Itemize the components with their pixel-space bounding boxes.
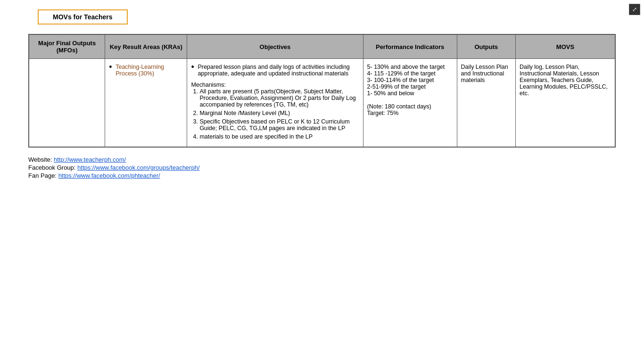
cell-outputs: Daily Lesson Plan and Instructional mate… — [457, 59, 515, 148]
mechanisms-section: Mechanisms: All parts are present (5 par… — [191, 82, 359, 140]
cell-mfo — [29, 59, 105, 148]
footer-facebook: Facebook Group: https://www.facebook.com… — [28, 164, 616, 171]
header-pi: Performance Indicators — [363, 34, 457, 59]
header-objectives: Objectives — [187, 34, 363, 59]
title-box: MOVs for Teachers — [38, 9, 128, 25]
cell-pi: 5- 130% and above the target 4- 115 -129… — [363, 59, 457, 148]
cell-kra: • Teaching-Learning Process (30%) — [105, 59, 187, 148]
mechanisms-label: Mechanisms: — [191, 82, 359, 88]
main-table: Major Final Outputs (MFOs) Key Result Ar… — [28, 34, 616, 148]
fanpage-link[interactable]: https://www.facebook.com/phteacher/ — [58, 172, 160, 179]
header-outputs: Outputs — [457, 34, 515, 59]
list-item: Marginal Note /Mastery Level (ML) — [199, 110, 359, 116]
header-movs: MOVS — [515, 34, 615, 59]
footer: Website: http://www.teacherph.com/ Faceb… — [28, 156, 616, 179]
facebook-link[interactable]: https://www.facebook.com/groups/teacherp… — [77, 164, 199, 171]
cell-movs: Daily log, Lesson Plan, Instructional Ma… — [515, 59, 615, 148]
list-item: Specific Objectives based on PELC or K t… — [199, 118, 359, 132]
expand-button[interactable]: ⤢ — [629, 4, 640, 15]
website-link[interactable]: http://www.teacherph.com/ — [54, 156, 126, 163]
list-item: materials to be used are specified in th… — [199, 133, 359, 140]
mechanisms-list: All parts are present (5 parts(Objective… — [191, 88, 359, 140]
header-kra: Key Result Areas (KRAs) — [105, 34, 187, 59]
footer-fanpage: Fan Page: https://www.facebook.com/phtea… — [28, 172, 616, 179]
list-item: All parts are present (5 parts(Objective… — [199, 88, 359, 108]
header-mfo: Major Final Outputs (MFOs) — [29, 34, 105, 59]
cell-objectives: • Prepared lesson plans and daily logs o… — [187, 59, 363, 148]
table-row: • Teaching-Learning Process (30%) • Prep… — [29, 59, 615, 148]
footer-website: Website: http://www.teacherph.com/ — [28, 156, 616, 163]
